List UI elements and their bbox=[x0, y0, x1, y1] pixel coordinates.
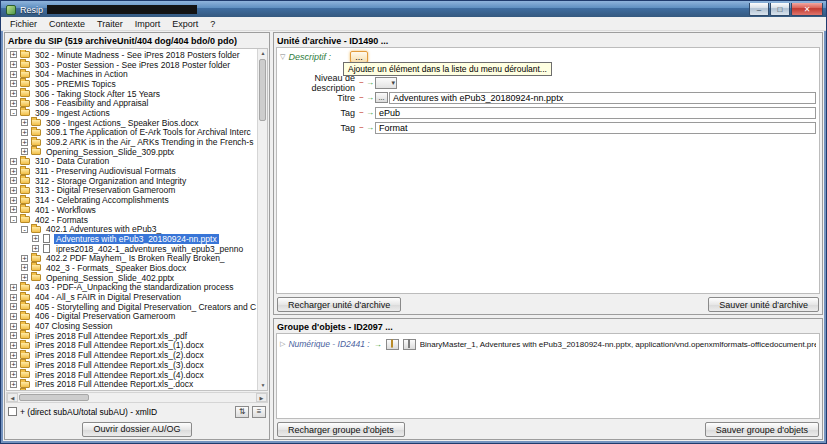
tree-item[interactable]: +404 - All_s FAIR in Digital Preservatio… bbox=[7, 292, 257, 302]
tree-item[interactable]: +309.2 ARK is in the Air_ ARKs Trending … bbox=[7, 137, 257, 147]
tree-item[interactable]: +305 - PREMIS Topics bbox=[7, 79, 257, 89]
expand-node-icon[interactable]: + bbox=[10, 177, 17, 184]
expand-node-icon[interactable]: + bbox=[21, 255, 28, 262]
expand-node-icon[interactable]: + bbox=[10, 168, 17, 175]
remove-field-icon[interactable]: − bbox=[358, 78, 365, 87]
tree-item[interactable]: +311 - Preserving Audiovisual Formats bbox=[7, 166, 257, 176]
add-field-icon[interactable]: → bbox=[365, 108, 375, 117]
tree-item[interactable]: -309 - Ingest Actions bbox=[7, 108, 257, 118]
tree-item[interactable]: +401 - Workflows bbox=[7, 205, 257, 215]
field-value-input[interactable]: Format bbox=[375, 122, 816, 134]
tree-item[interactable]: +312 - Storage Organization and Integrit… bbox=[7, 176, 257, 186]
tree-item[interactable]: +ipres2018_402-1_adventures_with_epub3_p… bbox=[7, 244, 257, 254]
reload-group-button[interactable]: Recharger groupe d'objets bbox=[277, 422, 405, 437]
add-field-icon[interactable]: → bbox=[365, 78, 375, 87]
field-options-button[interactable]: ... bbox=[375, 92, 388, 103]
tree-item[interactable]: +405 - Storytelling and Digital Preserva… bbox=[7, 302, 257, 312]
expand-node-icon[interactable]: + bbox=[10, 342, 17, 349]
tree-item[interactable]: +303 - Poster Session - See iPres 2018 P… bbox=[7, 60, 257, 70]
tree-item[interactable]: +304 - Machines in Action bbox=[7, 69, 257, 79]
close-button[interactable]: ✕ bbox=[791, 3, 823, 16]
expand-node-icon[interactable]: + bbox=[32, 245, 39, 252]
tree-item[interactable]: +302 - Minute Madness - See iPres 2018 P… bbox=[7, 50, 257, 60]
expand-node-icon[interactable]: + bbox=[10, 71, 17, 78]
expand-node-icon[interactable]: + bbox=[10, 197, 17, 204]
horizontal-scroll-track[interactable] bbox=[18, 393, 256, 402]
remove-field-icon[interactable]: − bbox=[358, 108, 365, 117]
menu-import[interactable]: Import bbox=[129, 18, 167, 30]
tree-item[interactable]: +406 - Digital Preservation Gameroom bbox=[7, 312, 257, 322]
tree-item[interactable]: +402_3 - Formats_ Speaker Bios.docx bbox=[7, 263, 257, 273]
expander-icon[interactable]: ▷ bbox=[280, 340, 285, 348]
expand-node-icon[interactable]: + bbox=[10, 371, 17, 378]
expand-node-icon[interactable]: + bbox=[10, 332, 17, 339]
open-object-file-button[interactable] bbox=[403, 339, 416, 350]
expand-node-icon[interactable]: + bbox=[10, 100, 17, 107]
menu-contexte[interactable]: Contexte bbox=[43, 18, 91, 30]
tree-item[interactable]: +Opening_Session_Slide_402.pptx bbox=[7, 273, 257, 283]
collapse-node-icon[interactable]: - bbox=[10, 216, 17, 223]
tree-item[interactable]: +iPres 2018 Full Attendee Report.xls_(4)… bbox=[7, 370, 257, 380]
expand-node-icon[interactable]: + bbox=[21, 119, 28, 126]
menu-help[interactable]: ? bbox=[204, 18, 221, 30]
collapse-node-icon[interactable]: - bbox=[21, 226, 28, 233]
minimize-button[interactable]: – bbox=[749, 3, 769, 16]
tree-item[interactable]: +iPres 2018 Full Attendee Report.xls_.do… bbox=[7, 379, 257, 389]
tree-item[interactable]: +Opening_Session_Slide_309.pptx bbox=[7, 147, 257, 157]
expand-node-icon[interactable]: + bbox=[10, 80, 17, 87]
scroll-left-icon[interactable]: ◀ bbox=[7, 393, 18, 402]
binary-object-row[interactable]: ▷ Numérique - ID2441 : → BinaryMaster_1,… bbox=[280, 337, 816, 351]
field-value-input[interactable]: ePub bbox=[375, 107, 816, 119]
list-view-button[interactable]: ≡ bbox=[252, 406, 266, 418]
tree-item-selected[interactable]: +Adventures with ePub3_20180924-nn.pptx bbox=[7, 234, 257, 244]
horizontal-scroll-thumb[interactable] bbox=[19, 394, 89, 401]
subau-xmlid-checkbox[interactable] bbox=[8, 407, 17, 416]
expand-node-icon[interactable]: + bbox=[21, 148, 28, 155]
scroll-down-icon[interactable]: ▼ bbox=[258, 381, 268, 390]
tree-item[interactable]: +309.1 The Application of E-Ark Tools fo… bbox=[7, 128, 257, 138]
collapse-node-icon[interactable]: - bbox=[10, 109, 17, 116]
tree-item[interactable]: +306 - Taking Stock After 15 Years bbox=[7, 89, 257, 99]
tree-item[interactable]: +314 - Celebrating Accomplishments bbox=[7, 195, 257, 205]
menu-traiter[interactable]: Traiter bbox=[91, 18, 129, 30]
scroll-right-icon[interactable]: ▶ bbox=[256, 393, 267, 402]
expand-node-icon[interactable]: + bbox=[10, 90, 17, 97]
reload-unit-button[interactable]: Recharger unité d'archive bbox=[277, 297, 401, 312]
tree-item[interactable]: +309 - Ingest Actions_ Speaker Bios.docx bbox=[7, 118, 257, 128]
add-field-icon[interactable]: → bbox=[365, 123, 375, 132]
tree-item[interactable]: +iPres 2018 Full Attendee Report.xls_.pd… bbox=[7, 331, 257, 341]
open-object-folder-button[interactable] bbox=[386, 339, 399, 350]
expand-node-icon[interactable]: + bbox=[10, 303, 17, 310]
expand-node-icon[interactable]: + bbox=[10, 51, 17, 58]
expand-node-icon[interactable]: + bbox=[10, 313, 17, 320]
description-level-combobox[interactable] bbox=[375, 77, 397, 89]
expand-node-icon[interactable]: + bbox=[21, 264, 28, 271]
vertical-scroll-thumb[interactable] bbox=[259, 59, 266, 121]
tree-item[interactable]: +iPres 2018 Full Attendee Report.xls_(1)… bbox=[7, 341, 257, 351]
expand-node-icon[interactable]: + bbox=[10, 381, 17, 388]
expand-node-icon[interactable]: + bbox=[10, 61, 17, 68]
field-value-input[interactable]: Adventures with ePub3_20180924-nn.pptx bbox=[389, 92, 816, 104]
tree-item[interactable]: +308 - Feasibility and Appraisal bbox=[7, 98, 257, 108]
tree-item[interactable]: +iPres 2018 Full Attendee Report.xls_(3)… bbox=[7, 360, 257, 370]
sort-toggle-button[interactable]: ⇅ bbox=[235, 406, 249, 418]
title-bar[interactable]: Resip – □ ✕ bbox=[1, 1, 826, 17]
expand-node-icon[interactable]: + bbox=[10, 206, 17, 213]
tree-item[interactable]: -402 - Formats bbox=[7, 215, 257, 225]
expand-node-icon[interactable]: + bbox=[10, 158, 17, 165]
expand-node-icon[interactable]: + bbox=[21, 139, 28, 146]
tree-item[interactable]: +402.2 PDF Mayhem_ Is Broken Really Brok… bbox=[7, 253, 257, 263]
expand-node-icon[interactable]: + bbox=[10, 284, 17, 291]
tree-horizontal-scrollbar[interactable]: ◀ ▶ bbox=[6, 392, 268, 403]
menu-fichier[interactable]: Fichier bbox=[4, 18, 43, 30]
tree-item[interactable]: +310 - Data Curation bbox=[7, 157, 257, 167]
expand-node-icon[interactable]: + bbox=[10, 187, 17, 194]
save-group-button[interactable]: Sauver groupe d'objets bbox=[705, 422, 819, 437]
maximize-button[interactable]: □ bbox=[770, 3, 790, 16]
menu-export[interactable]: Export bbox=[166, 18, 204, 30]
expand-node-icon[interactable]: + bbox=[10, 361, 17, 368]
expand-node-icon[interactable]: + bbox=[21, 129, 28, 136]
expand-node-icon[interactable]: + bbox=[32, 235, 39, 242]
expand-node-icon[interactable]: + bbox=[10, 294, 17, 301]
scroll-up-icon[interactable]: ▲ bbox=[258, 49, 268, 58]
